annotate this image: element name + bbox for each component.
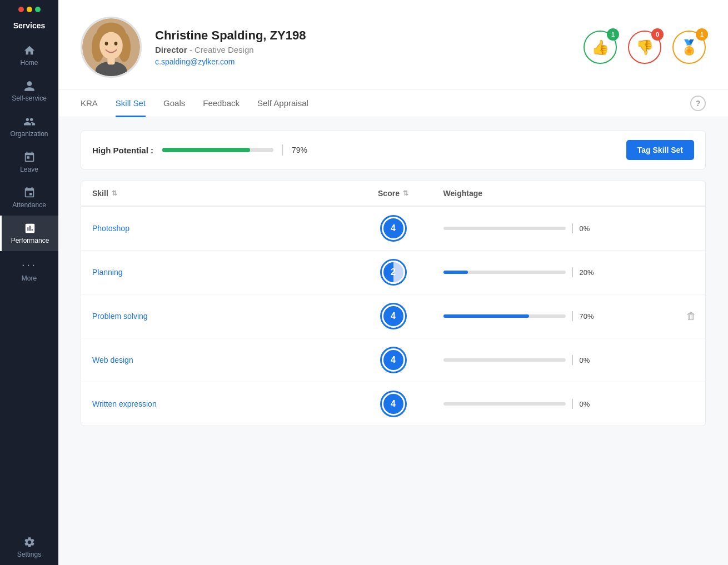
sidebar-item-more[interactable]: ··· More (0, 251, 58, 289)
score-badge-photoshop: 4 (382, 217, 405, 240)
tag-skill-set-button[interactable]: Tag Skill Set (626, 140, 694, 160)
self-service-icon (23, 80, 36, 92)
skill-name-problem-solving[interactable]: Problem solving (92, 312, 343, 321)
sidebar-item-label-performance: Performance (11, 237, 49, 244)
organization-icon (23, 116, 36, 128)
sidebar-item-leave[interactable]: Leave (0, 144, 58, 180)
sidebar-app-name: Services (9, 18, 50, 38)
col-header-skill: Skill ⇅ (92, 189, 343, 198)
weightage-written-expression: 0% (443, 399, 695, 409)
avatar-image (82, 18, 140, 76)
sidebar-item-self-service[interactable]: Self-service (0, 73, 58, 109)
tabs-bar: KRA Skill Set Goals Feedback Self Apprai… (58, 89, 728, 117)
profile-department: Creative Design (195, 45, 254, 54)
dot-red (18, 7, 24, 12)
profile-email[interactable]: c.spalding@zylker.com (155, 57, 235, 66)
score-cell-web-design: 4 (343, 348, 443, 372)
table-row: Web design 4 0% (81, 338, 705, 382)
weightage-planning: 20% (443, 267, 695, 277)
high-potential-label: High Potential : (92, 146, 153, 155)
score-badge-web-design: 4 (382, 348, 405, 372)
weight-pct-web-design: 0% (580, 356, 600, 364)
skill-name-photoshop[interactable]: Photoshop (92, 224, 343, 233)
tab-goals[interactable]: Goals (163, 89, 185, 117)
badge-thumbsdown-count: 0 (651, 28, 664, 41)
window-controls (18, 7, 41, 12)
weightage-problem-solving: 70% (443, 311, 695, 321)
weight-pct-photoshop: 0% (580, 224, 600, 233)
sort-skill-icon[interactable]: ⇅ (112, 189, 117, 197)
badge-award[interactable]: 1 🏅 (672, 31, 706, 64)
badge-thumbsup-count: 1 (607, 28, 619, 41)
high-potential-percent: 79% (292, 146, 307, 154)
tab-feedback[interactable]: Feedback (203, 89, 240, 117)
table-row: Written expression 4 0% (81, 382, 705, 426)
delete-row-icon[interactable]: 🗑 (686, 311, 696, 322)
dot-green (35, 7, 41, 12)
score-cell-problem-solving: 4 (343, 304, 443, 328)
sidebar-item-attendance[interactable]: Attendance (0, 180, 58, 216)
avatar (81, 17, 142, 78)
svg-point-6 (114, 42, 118, 46)
score-badge-planning: 2 (382, 261, 405, 284)
high-potential-progress-bar (162, 148, 273, 152)
weight-bar-written-expression (443, 402, 566, 406)
score-cell-photoshop: 4 (343, 217, 443, 240)
sort-score-icon[interactable]: ⇅ (403, 189, 408, 197)
profile-department-separator: - (190, 45, 195, 54)
sidebar: Services Home Self-service Organization … (0, 0, 58, 565)
weight-bar-web-design (443, 358, 566, 362)
hp-divider (282, 144, 283, 156)
col-skill-label: Skill (92, 189, 108, 198)
score-cell-written-expression: 4 (343, 392, 443, 416)
leave-icon (23, 151, 36, 163)
profile-role: Director (155, 45, 187, 54)
content-area: High Potential : 79% Tag Skill Set Skill… (58, 117, 728, 565)
badge-award-circle: 1 🏅 (672, 31, 706, 64)
skill-name-planning[interactable]: Planning (92, 268, 343, 277)
badge-thumbsdown-circle: 0 👎 (628, 31, 661, 64)
sidebar-item-label-settings: Settings (17, 551, 41, 558)
weightage-web-design: 0% (443, 355, 695, 365)
main-content: Christine Spalding, ZY198 Director - Cre… (58, 0, 728, 565)
high-potential-bar: High Potential : 79% Tag Skill Set (81, 131, 706, 169)
settings-icon (23, 536, 36, 548)
high-potential-fill (162, 148, 250, 152)
weight-bar-problem-solving (443, 314, 566, 318)
weightage-photoshop: 0% (443, 223, 695, 233)
sidebar-item-performance[interactable]: Performance (0, 216, 58, 251)
dot-yellow (27, 7, 32, 12)
weight-bar-photoshop (443, 227, 566, 230)
svg-rect-8 (107, 57, 114, 64)
weight-bar-planning (443, 271, 566, 274)
sidebar-item-settings[interactable]: Settings (0, 529, 58, 565)
weight-pct-written-expression: 0% (580, 400, 600, 408)
score-badge-written-expression: 4 (382, 392, 405, 416)
svg-point-4 (99, 32, 123, 59)
col-header-score: Score ⇅ (343, 189, 443, 198)
skill-name-written-expression[interactable]: Written expression (92, 399, 343, 408)
badge-award-count: 1 (696, 28, 708, 41)
profile-header: Christine Spalding, ZY198 Director - Cre… (58, 0, 728, 89)
sidebar-item-label-more: More (22, 274, 37, 282)
badge-thumbsdown[interactable]: 0 👎 (628, 31, 661, 64)
sidebar-item-home[interactable]: Home (0, 38, 58, 73)
tab-self-appraisal[interactable]: Self Appraisal (257, 89, 308, 117)
sidebar-item-label-organization: Organization (10, 130, 48, 138)
sidebar-item-label-home: Home (20, 59, 38, 67)
table-row: Problem solving 4 70% 🗑 (81, 294, 705, 338)
skills-table: Skill ⇅ Score ⇅ Weightage Photoshop 4 (81, 181, 706, 426)
tab-kra[interactable]: KRA (81, 89, 98, 117)
help-icon[interactable]: ? (690, 96, 706, 111)
tab-skillset[interactable]: Skill Set (116, 89, 146, 117)
home-icon (23, 44, 36, 57)
more-dots-icon: ··· (22, 258, 37, 272)
table-header: Skill ⇅ Score ⇅ Weightage (81, 181, 705, 207)
badge-thumbsup[interactable]: 1 👍 (584, 31, 617, 64)
skill-name-web-design[interactable]: Web design (92, 356, 343, 364)
weight-pct-problem-solving: 70% (580, 312, 600, 321)
svg-point-5 (105, 42, 108, 46)
sidebar-item-label-leave: Leave (20, 166, 38, 173)
profile-title: Director - Creative Design (155, 45, 584, 54)
sidebar-item-organization[interactable]: Organization (0, 109, 58, 144)
